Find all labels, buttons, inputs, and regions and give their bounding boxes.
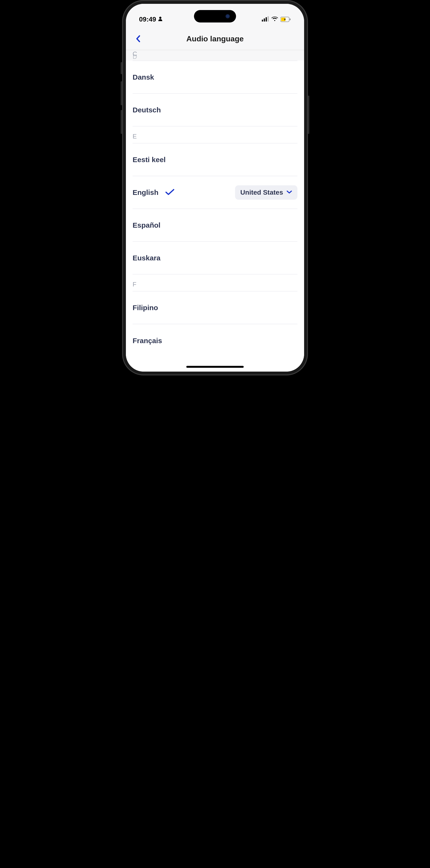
- dynamic-island: [194, 10, 236, 23]
- back-button[interactable]: [135, 35, 141, 42]
- page-title: Audio language: [126, 34, 304, 43]
- person-icon: [158, 16, 163, 23]
- language-name: Filipino: [133, 304, 158, 312]
- status-right: [262, 16, 291, 23]
- phone-frame: 09:49: [122, 0, 308, 375]
- svg-rect-7: [290, 19, 291, 20]
- status-time: 09:49: [139, 16, 156, 23]
- region-selector[interactable]: United States: [235, 185, 297, 200]
- header: Audio language: [126, 28, 304, 50]
- chevron-down-icon: [287, 190, 292, 195]
- phone-side-button: [121, 62, 122, 74]
- phone-volume-down: [121, 110, 122, 134]
- language-item-filipino[interactable]: Filipino: [133, 291, 297, 324]
- battery-icon: [280, 17, 291, 22]
- phone-volume-up: [121, 81, 122, 105]
- language-name: English: [133, 188, 158, 196]
- language-item-eesti[interactable]: Eesti keel: [133, 144, 297, 176]
- language-name: Eesti keel: [133, 156, 166, 164]
- status-left: 09:49: [139, 16, 163, 23]
- svg-rect-1: [262, 20, 263, 22]
- phone-power-button: [308, 96, 309, 134]
- svg-rect-2: [264, 19, 265, 22]
- language-item-deutsch[interactable]: Deutsch: [133, 94, 297, 126]
- svg-rect-3: [266, 17, 267, 22]
- language-item-espanol[interactable]: Español: [133, 209, 297, 242]
- language-name: Français: [133, 337, 162, 345]
- language-item-euskara[interactable]: Euskara: [133, 242, 297, 275]
- section-header-c: C D: [126, 50, 304, 61]
- section-header-e: E: [133, 126, 297, 144]
- language-name: Deutsch: [133, 106, 161, 114]
- home-indicator[interactable]: [186, 366, 244, 368]
- language-name: Dansk: [133, 73, 154, 81]
- content[interactable]: C D Dansk Deutsch E Eesti keel: [126, 50, 304, 372]
- wifi-icon: [271, 16, 278, 23]
- language-name: Euskara: [133, 254, 161, 262]
- section-header-f: F: [133, 275, 297, 291]
- language-item-francais[interactable]: Français: [133, 324, 297, 357]
- language-item-english[interactable]: English United States: [133, 176, 297, 209]
- language-item-dansk[interactable]: Dansk: [133, 61, 297, 94]
- cellular-signal-icon: [262, 16, 269, 23]
- language-name: Español: [133, 221, 161, 229]
- svg-rect-4: [268, 16, 269, 22]
- screen: 09:49: [126, 4, 304, 372]
- svg-point-0: [159, 17, 161, 19]
- checkmark-icon: [165, 188, 175, 196]
- region-text: United States: [240, 189, 283, 196]
